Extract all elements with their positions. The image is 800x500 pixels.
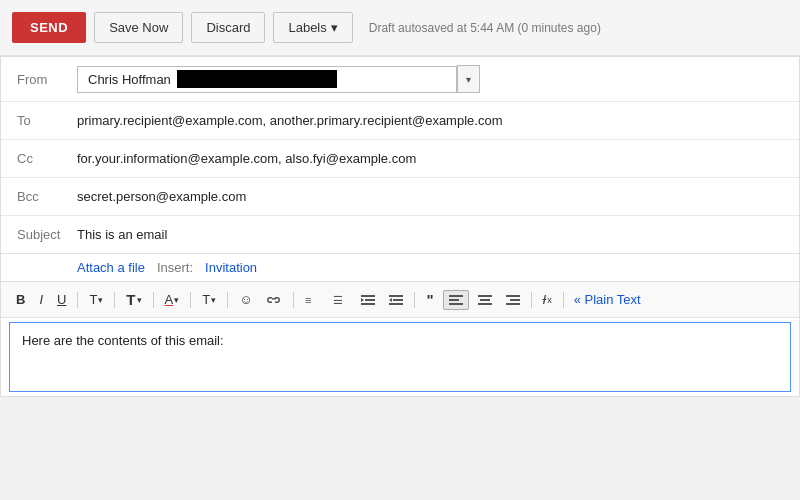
font-color-label: A — [165, 292, 174, 307]
svg-marker-9 — [389, 298, 392, 302]
align-left-button[interactable] — [443, 290, 469, 310]
quote-button[interactable]: " — [421, 288, 438, 311]
separator-9 — [563, 292, 564, 308]
align-center-icon — [478, 294, 492, 306]
attach-row: Attach a file Insert: Invitation — [1, 254, 799, 282]
discard-button[interactable]: Discard — [191, 12, 265, 43]
svg-rect-7 — [393, 299, 403, 301]
svg-rect-12 — [449, 303, 463, 305]
subject-label: Subject — [17, 227, 77, 242]
font-size-dropdown-icon: ▾ — [137, 295, 142, 305]
underline-button[interactable]: U — [52, 289, 71, 310]
svg-rect-16 — [506, 295, 520, 297]
align-left-icon — [449, 294, 463, 306]
email-body-content: Here are the contents of this email: — [22, 333, 224, 348]
indent-less-button[interactable] — [356, 290, 380, 310]
svg-rect-14 — [480, 299, 490, 301]
bcc-row: Bcc secret.person@example.com — [1, 178, 799, 216]
text-bg-dropdown-icon: ▾ — [211, 295, 216, 305]
bold-button[interactable]: B — [11, 289, 30, 310]
align-center-button[interactable] — [473, 291, 497, 309]
draft-status: Draft autosaved at 5:44 AM (0 minutes ag… — [369, 21, 601, 35]
from-row: From Chris Hoffman ▾ — [1, 57, 799, 102]
svg-rect-6 — [389, 295, 403, 297]
svg-rect-18 — [506, 303, 520, 305]
svg-rect-11 — [449, 299, 459, 301]
cc-field[interactable]: for.your.information@example.com, also.f… — [77, 151, 783, 166]
from-field[interactable]: Chris Hoffman — [77, 66, 457, 93]
ordered-list-icon: ≡ — [305, 293, 319, 307]
svg-rect-17 — [510, 299, 520, 301]
compose-form: From Chris Hoffman ▾ To primary.recipien… — [0, 56, 800, 397]
font-color-dropdown-icon: ▾ — [174, 295, 179, 305]
separator-8 — [531, 292, 532, 308]
font-button[interactable]: T ▾ — [84, 289, 108, 310]
font-label: T — [89, 292, 97, 307]
svg-rect-2 — [361, 295, 375, 297]
svg-rect-3 — [365, 299, 375, 301]
separator-7 — [414, 292, 415, 308]
from-email-redacted — [177, 70, 337, 88]
chevron-down-icon — [331, 20, 338, 35]
svg-text:≡: ≡ — [305, 294, 311, 306]
dropdown-arrow-icon: ▾ — [466, 74, 471, 85]
labels-button[interactable]: Labels — [273, 12, 352, 43]
bcc-field[interactable]: secret.person@example.com — [77, 189, 783, 204]
attach-file-link[interactable]: Attach a file — [77, 260, 145, 275]
font-dropdown-icon: ▾ — [98, 295, 103, 305]
link-icon — [266, 294, 282, 306]
save-now-button[interactable]: Save Now — [94, 12, 183, 43]
unordered-list-icon: ☰ — [333, 293, 347, 307]
format-toolbar: B I U T ▾ T ▾ A ▾ T ▾ ☺ — [1, 282, 799, 318]
to-field[interactable]: primary.recipient@example.com, another.p… — [77, 113, 783, 128]
plain-text-link[interactable]: « Plain Text — [574, 292, 641, 307]
separator-6 — [293, 292, 294, 308]
bcc-label: Bcc — [17, 189, 77, 204]
svg-rect-10 — [449, 295, 463, 297]
cc-label: Cc — [17, 151, 77, 166]
subject-field[interactable]: This is an email — [77, 227, 783, 242]
font-size-label: T — [126, 291, 135, 308]
svg-rect-4 — [361, 303, 375, 305]
separator-3 — [153, 292, 154, 308]
link-button[interactable] — [261, 291, 287, 309]
separator-5 — [227, 292, 228, 308]
insert-invitation-link[interactable]: Invitation — [205, 260, 257, 275]
remove-formatting-button[interactable]: I x — [538, 289, 557, 310]
subject-row: Subject This is an email — [1, 216, 799, 254]
italic-button[interactable]: I — [34, 289, 48, 310]
to-row: To primary.recipient@example.com, anothe… — [1, 102, 799, 140]
cc-row: Cc for.your.information@example.com, als… — [1, 140, 799, 178]
font-size-button[interactable]: T ▾ — [121, 288, 146, 311]
from-label: From — [17, 72, 77, 87]
indent-more-icon — [389, 293, 403, 307]
separator-2 — [114, 292, 115, 308]
svg-rect-15 — [478, 303, 492, 305]
svg-text:☰: ☰ — [333, 294, 343, 306]
text-bg-button[interactable]: T ▾ — [197, 289, 221, 310]
indent-more-button[interactable] — [384, 290, 408, 310]
to-label: To — [17, 113, 77, 128]
separator-4 — [190, 292, 191, 308]
unordered-list-button[interactable]: ☰ — [328, 290, 352, 310]
from-dropdown-button[interactable]: ▾ — [457, 65, 480, 93]
font-color-button[interactable]: A ▾ — [160, 289, 185, 310]
send-button[interactable]: SEND — [12, 12, 86, 43]
emoji-button[interactable]: ☺ — [234, 289, 257, 310]
align-right-button[interactable] — [501, 291, 525, 309]
email-body[interactable]: Here are the contents of this email: — [9, 322, 791, 392]
svg-rect-13 — [478, 295, 492, 297]
toolbar: SEND Save Now Discard Labels Draft autos… — [0, 0, 800, 56]
svg-rect-8 — [389, 303, 403, 305]
svg-marker-5 — [361, 298, 364, 302]
remove-format-icon: I — [543, 292, 547, 307]
indent-less-icon — [361, 293, 375, 307]
ordered-list-button[interactable]: ≡ — [300, 290, 324, 310]
text-bg-label: T — [202, 292, 210, 307]
separator-1 — [77, 292, 78, 308]
insert-label: Insert: — [157, 260, 193, 275]
from-name: Chris Hoffman — [84, 70, 175, 89]
align-right-icon — [506, 294, 520, 306]
